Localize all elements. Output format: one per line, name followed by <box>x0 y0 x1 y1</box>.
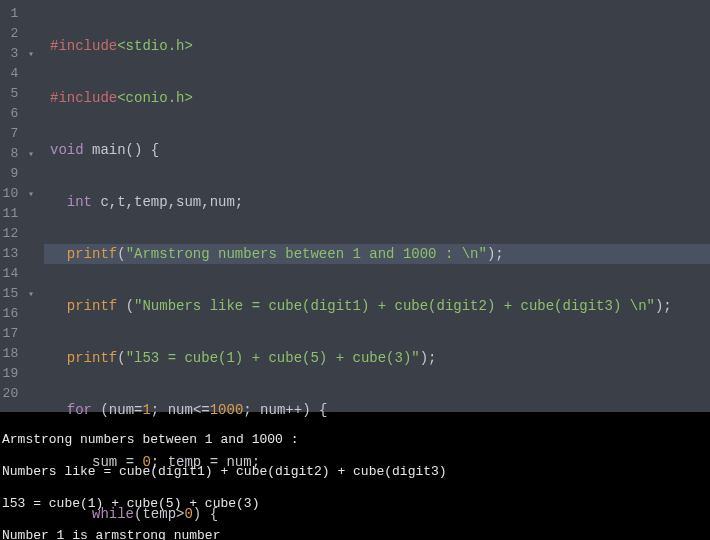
code-line: printf ("Numbers like = cube(digit1) + c… <box>50 296 710 316</box>
code-editor[interactable]: 1 2 3 ▾ 4 5 6 7 8 ▾ 9 10 ▾ 11 12 13 14 1… <box>0 0 710 412</box>
code-line-current: printf("Armstrong numbers between 1 and … <box>44 244 710 264</box>
code-line: void main() { <box>50 140 710 160</box>
code-line: #include<conio.h> <box>50 88 710 108</box>
code-line: int c,t,temp,sum,num; <box>50 192 710 212</box>
code-line: printf("l53 = cube(1) + cube(5) + cube(3… <box>50 348 710 368</box>
code-area[interactable]: #include<stdio.h> #include<conio.h> void… <box>44 0 710 412</box>
line-number-gutter: 1 2 3 ▾ 4 5 6 7 8 ▾ 9 10 ▾ 11 12 13 14 1… <box>0 0 44 412</box>
code-line: #include<stdio.h> <box>50 36 710 56</box>
code-line: for (num=1; num<=1000; num++) { <box>50 400 710 420</box>
